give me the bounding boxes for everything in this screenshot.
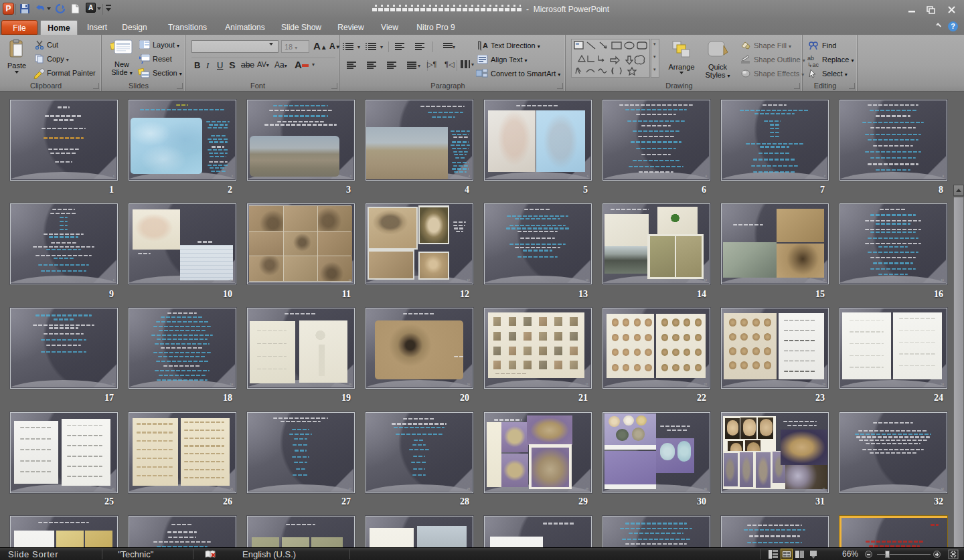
- svg-text:A: A: [483, 41, 488, 50]
